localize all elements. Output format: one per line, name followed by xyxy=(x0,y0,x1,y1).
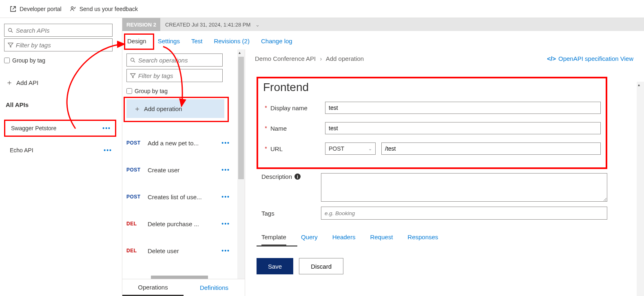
openapi-spec-link[interactable]: </> OpenAPI specification View xyxy=(547,55,633,62)
tab-revisions[interactable]: Revisions (2) xyxy=(214,38,250,45)
revision-bar: REVISION 2 CREATED Jul 31, 2024, 1:41:28… xyxy=(122,18,644,31)
operation-name: Delete user xyxy=(148,247,217,254)
filter-apis-input[interactable] xyxy=(4,38,113,51)
filter-operations-input[interactable] xyxy=(126,69,223,82)
api-menu-icon[interactable]: ••• xyxy=(104,147,112,154)
tab-operations[interactable]: Operations xyxy=(122,279,184,296)
name-label: Name xyxy=(270,125,323,132)
url-path-input[interactable] xyxy=(381,142,601,155)
svg-point-2 xyxy=(131,58,134,61)
required-marker: * xyxy=(263,145,269,152)
revision-badge: REVISION 2 xyxy=(122,18,160,31)
developer-portal-link[interactable]: Developer portal xyxy=(10,6,62,12)
operation-menu-icon[interactable]: ••• xyxy=(221,247,230,254)
operation-menu-icon[interactable]: ••• xyxy=(221,167,230,173)
chevron-down-icon[interactable]: ⌄ xyxy=(255,22,260,28)
ops-group-by-tag-checkbox[interactable]: Group by tag xyxy=(126,88,230,94)
group-by-tag-checkbox[interactable]: Group by tag xyxy=(4,57,116,64)
api-sidebar: Group by tag ＋ Add API All APIs Swagger … xyxy=(0,18,122,296)
search-apis-input[interactable] xyxy=(4,24,113,37)
display-name-input[interactable] xyxy=(325,102,601,114)
revision-created-label: CREATED Jul 31, 2024, 1:41:28 PM xyxy=(160,22,255,28)
url-label: URL xyxy=(270,145,323,152)
http-method-badge: DEL xyxy=(126,248,143,254)
ops-group-by-tag-input[interactable] xyxy=(126,88,132,94)
search-apis-field[interactable] xyxy=(16,27,109,34)
scrollbar-horizontal[interactable] xyxy=(151,276,208,279)
operation-row[interactable]: POST Create user ••• xyxy=(126,156,230,183)
operation-name: Add a new pet to... xyxy=(148,140,217,147)
http-method-select[interactable]: POST ⌄ xyxy=(325,142,376,155)
all-apis-heading: All APIs xyxy=(4,101,116,108)
save-button[interactable]: Save xyxy=(257,258,293,274)
search-icon xyxy=(8,27,13,33)
operations-definitions-tabs: Operations Definitions xyxy=(122,279,245,296)
operation-menu-icon[interactable]: ••• xyxy=(221,194,230,200)
operation-name: Delete purchase ... xyxy=(148,220,217,227)
http-method-badge: DEL xyxy=(126,221,143,227)
chevron-right-icon: › xyxy=(320,55,322,62)
add-api-button[interactable]: ＋ Add API xyxy=(4,78,116,87)
search-operations-field[interactable] xyxy=(138,57,219,64)
filter-icon xyxy=(130,73,136,79)
name-input[interactable] xyxy=(325,122,601,134)
http-method-badge: POST xyxy=(126,140,143,146)
tab-design[interactable]: Design xyxy=(127,38,146,45)
filter-icon xyxy=(8,42,13,48)
feedback-label: Send us your feedback xyxy=(80,6,138,12)
group-by-tag-input[interactable] xyxy=(4,58,10,63)
subtab-responses[interactable]: Responses xyxy=(407,234,438,246)
operation-menu-icon[interactable]: ••• xyxy=(221,140,230,146)
search-icon xyxy=(130,57,136,63)
scroll-up-icon[interactable]: ▴ xyxy=(239,50,241,55)
add-operation-button[interactable]: ＋ Add operation xyxy=(126,99,224,118)
chevron-down-icon: ⌄ xyxy=(368,146,372,151)
api-menu-icon[interactable]: ••• xyxy=(102,125,111,131)
subtab-headers[interactable]: Headers xyxy=(332,234,356,246)
code-icon: </> xyxy=(547,55,556,62)
subtab-request[interactable]: Request xyxy=(370,234,393,246)
group-by-tag-label: Group by tag xyxy=(12,57,45,64)
api-tabs: Design Settings Test Revisions (2) Chang… xyxy=(122,31,644,49)
feedback-link[interactable]: Send us your feedback xyxy=(70,6,138,12)
svg-point-1 xyxy=(9,28,12,31)
operation-row[interactable]: POST Creates list of use... ••• xyxy=(126,183,230,210)
tags-label: Tags xyxy=(261,210,321,217)
tab-settings[interactable]: Settings xyxy=(158,38,180,45)
tab-test[interactable]: Test xyxy=(191,38,203,45)
operation-row[interactable]: DEL Delete user ••• xyxy=(126,237,230,264)
subtab-template[interactable]: Template xyxy=(261,234,286,246)
breadcrumb-api[interactable]: Demo Conference API xyxy=(255,55,316,62)
filter-apis-field[interactable] xyxy=(16,42,109,49)
openapi-spec-label: OpenAPI specification View xyxy=(558,55,633,62)
plus-icon: ＋ xyxy=(134,104,141,114)
tags-input[interactable] xyxy=(321,207,607,220)
operation-row[interactable]: POST Add a new pet to... ••• xyxy=(126,129,230,156)
detail-scrollbar[interactable]: ▴ xyxy=(637,82,644,296)
discard-button[interactable]: Discard xyxy=(299,258,343,274)
ops-group-by-tag-label: Group by tag xyxy=(135,88,168,94)
description-textarea[interactable] xyxy=(321,173,607,202)
search-operations-input[interactable] xyxy=(126,53,223,67)
subtab-query[interactable]: Query xyxy=(301,234,318,246)
operation-menu-icon[interactable]: ••• xyxy=(221,220,230,227)
frontend-heading: Frontend xyxy=(263,81,601,94)
api-item-echo-api[interactable]: Echo API ••• xyxy=(4,142,116,159)
filter-operations-field[interactable] xyxy=(138,72,219,79)
scroll-up-icon[interactable]: ▴ xyxy=(638,82,640,87)
operation-name: Creates list of use... xyxy=(148,194,217,200)
operations-column: Group by tag ＋ Add operation POST Add a … xyxy=(122,49,245,296)
external-link-icon xyxy=(10,6,16,12)
developer-portal-label: Developer portal xyxy=(20,6,62,12)
operations-scrollbar[interactable]: ▴ xyxy=(237,49,245,279)
api-item-swagger-petstore[interactable]: Swagger Petstore ••• xyxy=(4,120,116,137)
tab-changelog[interactable]: Change log xyxy=(261,38,292,45)
operation-row[interactable]: DEL Delete purchase ... ••• xyxy=(126,210,230,237)
display-name-label: Display name xyxy=(270,105,323,111)
scrollbar-thumb[interactable] xyxy=(238,57,244,179)
svg-point-0 xyxy=(71,7,73,9)
info-icon[interactable]: i xyxy=(294,174,301,180)
tab-definitions[interactable]: Definitions xyxy=(184,279,245,296)
operation-name: Create user xyxy=(148,167,217,174)
http-method-badge: POST xyxy=(126,194,143,200)
